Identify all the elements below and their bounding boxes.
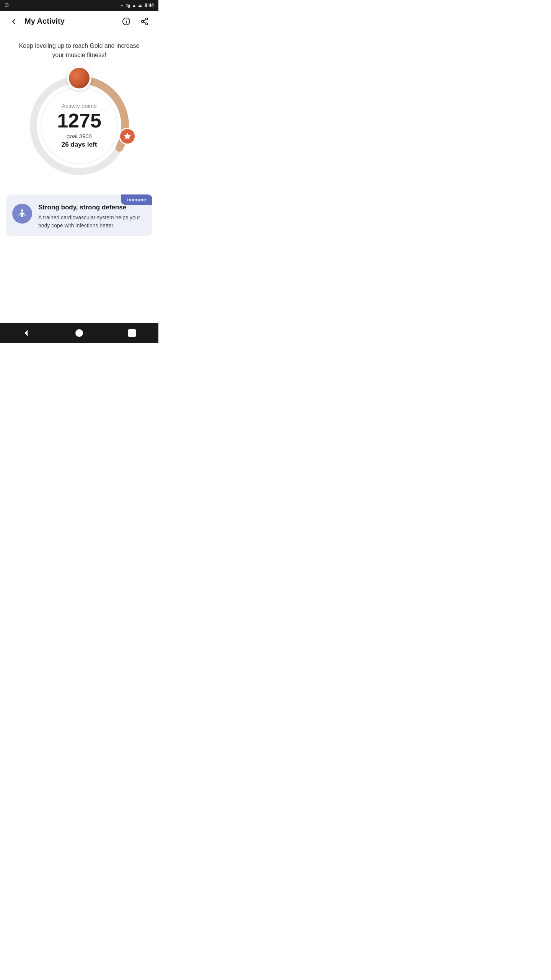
clock: 8:44 xyxy=(145,3,154,8)
home-nav-icon xyxy=(75,328,84,338)
status-bar-left: ☑ xyxy=(5,3,9,8)
circle-wrapper: Activity points 1275 goal 3900 26 days l… xyxy=(26,72,133,179)
svg-line-7 xyxy=(143,19,146,21)
subtitle-text: Keep leveling up to reach Gold and incre… xyxy=(0,32,158,64)
page-title: My Activity xyxy=(24,17,119,26)
network-label: 4g xyxy=(126,3,130,8)
info-card-description: A trained cardiovascular system helps yo… xyxy=(38,214,146,230)
svg-point-11 xyxy=(21,209,23,212)
svg-line-13 xyxy=(24,214,26,216)
info-card: immune Strong body, strong defense A tra… xyxy=(6,194,152,236)
svg-point-14 xyxy=(76,330,83,336)
info-card-icon xyxy=(12,204,32,224)
bluetooth-icon: ∗ xyxy=(120,3,124,8)
svg-rect-15 xyxy=(129,330,135,336)
recent-nav-icon xyxy=(127,328,137,338)
points-value: 1275 xyxy=(57,111,101,131)
nav-actions xyxy=(119,14,152,29)
gem-icon xyxy=(69,68,90,88)
info-card-body: Strong body, strong defense A trained ca… xyxy=(12,204,146,230)
share-button[interactable] xyxy=(137,14,152,29)
star-icon xyxy=(123,132,132,140)
nav-recent-button[interactable] xyxy=(121,325,143,341)
info-card-tag: immune xyxy=(121,194,152,205)
back-button[interactable] xyxy=(6,14,21,29)
signal-icon: ▲ xyxy=(132,3,136,8)
days-left-text: 26 days left xyxy=(57,141,101,149)
info-card-title: Strong body, strong defense xyxy=(38,204,146,211)
person-icon xyxy=(17,208,28,219)
nav-home-button[interactable] xyxy=(68,325,91,341)
points-label: Activity points xyxy=(57,103,101,109)
svg-line-12 xyxy=(19,214,21,216)
back-nav-icon xyxy=(22,328,31,338)
gem-badge xyxy=(67,66,91,90)
nav-bar: My Activity xyxy=(0,11,158,32)
status-bar-right: ∗ 4g ▲ ⏏ 8:44 xyxy=(120,3,154,8)
bottom-nav xyxy=(0,323,158,343)
info-card-text: Strong body, strong defense A trained ca… xyxy=(38,204,146,230)
battery-icon: ⏏ xyxy=(138,3,142,8)
nav-back-button[interactable] xyxy=(15,325,38,341)
status-bar: ☑ ∗ 4g ▲ ⏏ 8:44 xyxy=(0,0,158,11)
info-button[interactable] xyxy=(119,14,134,29)
goal-text: goal 3900 xyxy=(57,133,101,139)
notification-icon: ☑ xyxy=(5,3,9,8)
circle-container: Activity points 1275 goal 3900 26 days l… xyxy=(0,64,158,191)
svg-line-6 xyxy=(143,22,146,23)
star-badge xyxy=(119,128,136,145)
main-content: Keep leveling up to reach Gold and incre… xyxy=(0,32,158,323)
circle-center-content: Activity points 1275 goal 3900 26 days l… xyxy=(57,103,101,149)
